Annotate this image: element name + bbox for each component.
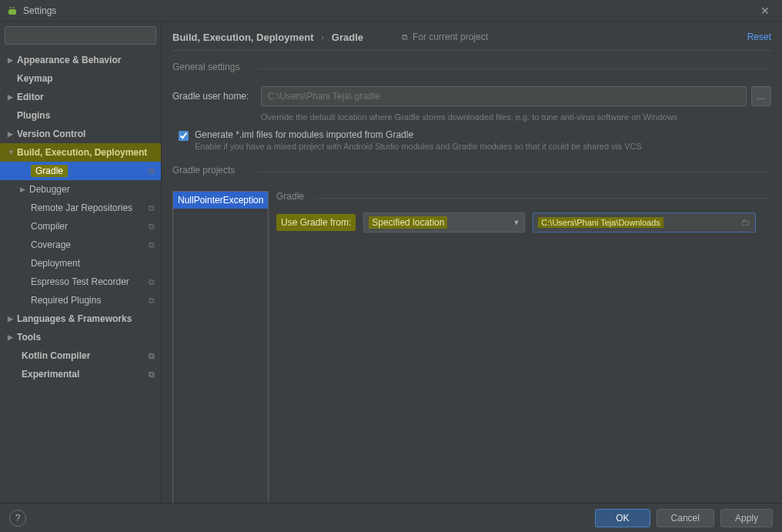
- sidebar-item-label: Keymap: [17, 73, 53, 84]
- sidebar-item-label: Editor: [17, 92, 44, 102]
- chevron-down-icon: ▼: [513, 219, 520, 226]
- chevron-right-icon: ▶: [8, 56, 17, 64]
- cancel-button[interactable]: Cancel: [657, 509, 714, 527]
- chevron-right-icon: ▶: [8, 333, 17, 341]
- chevron-right-icon: ▶: [20, 186, 29, 193]
- sidebar-item-plugins[interactable]: Plugins: [0, 106, 161, 125]
- copy-icon: ⧉: [149, 240, 155, 250]
- sidebar-item-label: Debugger: [29, 184, 70, 195]
- svg-rect-0: [8, 9, 16, 15]
- sidebar-item-label: Build, Execution, Deployment: [17, 147, 147, 158]
- chevron-right-icon: ▶: [8, 130, 17, 138]
- chevron-right-icon: ▶: [8, 93, 17, 101]
- chevron-right-icon: ›: [321, 33, 323, 42]
- project-item[interactable]: NullPointerException: [173, 192, 268, 209]
- sidebar-item-label: Compiler: [31, 221, 68, 232]
- sidebar-item-languages[interactable]: ▶Languages & Frameworks: [0, 309, 161, 328]
- ok-button[interactable]: OK: [595, 509, 650, 527]
- content-panel: Build, Execution, Deployment › Gradle ⧉ …: [162, 22, 782, 507]
- gradle-location-value: C:\Users\Phani Teja\Downloads: [538, 217, 663, 228]
- gradle-user-home-label: Gradle user home:: [172, 91, 261, 102]
- sidebar-item-keymap[interactable]: Keymap: [0, 69, 161, 88]
- chevron-right-icon: ▶: [8, 315, 17, 323]
- folder-icon[interactable]: 🗀: [741, 217, 750, 228]
- gradle-location-input[interactable]: C:\Users\Phani Teja\Downloads 🗀: [533, 212, 756, 233]
- sidebar-item-label: Tools: [17, 332, 41, 343]
- copy-icon: ⧉: [149, 370, 155, 380]
- sidebar-item-label: Deployment: [31, 258, 80, 269]
- copy-icon: ⧉: [149, 351, 155, 361]
- settings-tree: ▶Appearance & Behavior Keymap ▶Editor Pl…: [0, 49, 161, 507]
- sidebar-item-label: Appearance & Behavior: [17, 55, 121, 65]
- copy-icon: ⧉: [149, 222, 155, 232]
- copy-icon: ⧉: [149, 166, 155, 176]
- sidebar-item-label: Remote Jar Repositories: [31, 202, 132, 213]
- sidebar-item-experimental[interactable]: Experimental⧉: [0, 365, 161, 383]
- copy-icon: ⧉: [402, 32, 408, 42]
- sidebar: 🔍 ▶Appearance & Behavior Keymap ▶Editor …: [0, 22, 162, 507]
- dropdown-value: Specified location: [369, 216, 447, 229]
- generate-iml-checkbox[interactable]: [179, 131, 189, 141]
- gradle-projects-list[interactable]: NullPointerException: [172, 191, 269, 507]
- close-icon[interactable]: ✕: [754, 2, 776, 20]
- scope-hint: ⧉ For current project: [402, 32, 488, 42]
- sidebar-item-label: Espresso Test Recorder: [31, 276, 129, 287]
- sidebar-item-label: Version Control: [17, 129, 85, 139]
- use-gradle-from-label: Use Gradle from:: [276, 214, 356, 231]
- window-title: Settings: [23, 5, 754, 16]
- sidebar-item-editor[interactable]: ▶Editor: [0, 88, 161, 106]
- svg-point-2: [13, 7, 15, 8]
- apply-button[interactable]: Apply: [720, 509, 773, 527]
- help-button[interactable]: ?: [9, 510, 26, 527]
- breadcrumb-current: Gradle: [332, 32, 363, 43]
- copy-icon: ⧉: [149, 203, 155, 213]
- projects-section-label: Gradle projects: [172, 165, 771, 179]
- sidebar-item-label: Experimental: [22, 369, 79, 380]
- sidebar-item-label: Required Plugins: [31, 295, 101, 306]
- browse-button[interactable]: …: [751, 86, 771, 106]
- sidebar-item-deployment[interactable]: Deployment: [0, 254, 161, 273]
- reset-link[interactable]: Reset: [747, 32, 771, 42]
- sidebar-item-label: Languages & Frameworks: [17, 313, 132, 324]
- sidebar-item-appearance[interactable]: ▶Appearance & Behavior: [0, 51, 161, 69]
- gradle-user-home-help: Override the default location where Grad…: [261, 112, 771, 122]
- sidebar-item-tools[interactable]: ▶Tools: [0, 328, 161, 346]
- bottombar: ? OK Cancel Apply: [0, 503, 782, 532]
- use-gradle-from-dropdown[interactable]: Specified location ▼: [363, 212, 525, 233]
- android-studio-icon: [6, 5, 18, 17]
- breadcrumb: Build, Execution, Deployment › Gradle ⧉ …: [172, 29, 771, 51]
- generate-iml-help: Enable if you have a mixed project with …: [195, 142, 642, 151]
- sidebar-item-build-execution-deployment[interactable]: ▼Build, Execution, Deployment: [0, 143, 161, 162]
- project-gradle-section: Gradle: [276, 191, 771, 205]
- sidebar-item-label: Plugins: [17, 110, 50, 121]
- copy-icon: ⧉: [149, 277, 155, 287]
- general-section-label: General settings: [172, 62, 771, 75]
- search-input[interactable]: [5, 26, 156, 45]
- sidebar-item-kotlin[interactable]: Kotlin Compiler⧉: [0, 346, 161, 365]
- gradle-user-home-input[interactable]: [261, 86, 747, 106]
- sidebar-item-espresso[interactable]: Espresso Test Recorder⧉: [0, 273, 161, 291]
- sidebar-item-label: Kotlin Compiler: [22, 350, 90, 361]
- chevron-down-icon: ▼: [8, 149, 17, 156]
- sidebar-item-debugger[interactable]: ▶Debugger: [0, 180, 161, 199]
- sidebar-item-gradle[interactable]: Gradle⧉: [0, 162, 161, 180]
- sidebar-item-label: Coverage: [31, 239, 71, 250]
- svg-point-1: [10, 7, 12, 8]
- sidebar-item-version-control[interactable]: ▶Version Control: [0, 125, 161, 143]
- generate-iml-label: Generate *.iml files for modules importe…: [195, 129, 642, 140]
- sidebar-item-coverage[interactable]: Coverage⧉: [0, 236, 161, 254]
- sidebar-item-remote-jar[interactable]: Remote Jar Repositories⧉: [0, 199, 161, 217]
- breadcrumb-parent[interactable]: Build, Execution, Deployment: [172, 32, 313, 43]
- sidebar-item-label: Gradle: [31, 165, 68, 177]
- sidebar-item-compiler[interactable]: Compiler⧉: [0, 217, 161, 236]
- copy-icon: ⧉: [149, 296, 155, 306]
- titlebar: Settings ✕: [0, 0, 782, 22]
- sidebar-item-required-plugins[interactable]: Required Plugins⧉: [0, 291, 161, 309]
